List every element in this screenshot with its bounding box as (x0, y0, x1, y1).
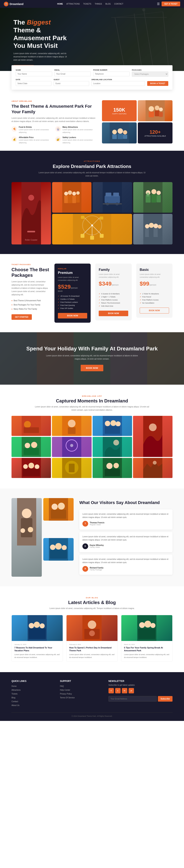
holiday-description: Lorem ipsum dolor sit amet, consectetur … (44, 354, 140, 361)
feature-food: 🍕 Food & Drinks Lorem ipsum dolor sit am… (11, 126, 53, 134)
svg-point-79 (110, 420, 116, 426)
feature-price-icon: 💰 (11, 136, 17, 142)
nav-link-attractions[interactable]: Attractions (66, 3, 80, 5)
nav-link-home[interactable]: Home (57, 3, 63, 5)
social-facebook-icon[interactable]: f (108, 688, 114, 693)
premium-price: $529/person (58, 283, 87, 290)
footer-link-attractions[interactable]: Attractions (11, 689, 21, 691)
gallery-item-9 (52, 458, 91, 478)
blog-title-1: 7 Reasons To Add Dreamland To Your Vacat… (15, 646, 60, 652)
social-youtube-icon[interactable]: yt (129, 688, 134, 693)
booking-name-input[interactable] (16, 71, 52, 76)
nav-link-blog[interactable]: Blog (105, 3, 111, 5)
booking-date-input[interactable] (16, 81, 51, 86)
footer-link-about[interactable]: About Us (11, 704, 19, 706)
testimonial-text-1: Lorem ipsum dolor sit amet, consectetur … (82, 513, 169, 519)
footer-link-home[interactable]: Home (11, 685, 17, 687)
family-features: ✓5 Guests Or 8 Members ✓2 Night + 1 Tick… (99, 292, 128, 308)
booking-form-row1: Name Email Phone Number Packages Select … (16, 69, 168, 77)
premium-old-price: $649 (58, 290, 87, 292)
nav-right: ☰ Get A Ticket (157, 2, 180, 6)
svg-rect-23 (27, 231, 35, 232)
booking-email-input[interactable] (54, 71, 91, 76)
footer-support-help[interactable]: Help Center (60, 689, 70, 691)
svg-point-108 (22, 508, 31, 518)
nav-link-tickets[interactable]: Tickets (83, 3, 91, 5)
basic-cta-button[interactable]: Book Now (140, 308, 169, 313)
blog-card-1[interactable]: January 12, 2024 7 Reasons To Add Dreaml… (11, 615, 63, 662)
svg-point-80 (115, 422, 121, 426)
packages-title: Choose The Best Packages (11, 267, 50, 278)
svg-point-9 (155, 105, 159, 110)
footer-link-blog[interactable]: Blog (11, 696, 15, 699)
newsletter-email-input[interactable] (108, 696, 157, 702)
book-ticket-button[interactable]: Book A Ticket (147, 81, 168, 86)
nav-hamburger-icon[interactable]: ☰ (157, 2, 160, 6)
booking-date-group: Date (16, 79, 51, 86)
gallery-item-8 (11, 458, 51, 478)
svg-rect-125 (29, 628, 46, 639)
svg-rect-40 (103, 204, 122, 204)
svg-point-117 (50, 545, 55, 550)
svg-rect-11 (149, 112, 154, 117)
footer-link-contact[interactable]: Contact (11, 701, 18, 703)
about-features: 🍕 Food & Drinks Lorem ipsum dolor sit am… (11, 126, 96, 144)
footer-support-terms[interactable]: Terms Of Service (60, 696, 75, 699)
package-card-basic: Basic Lorem ipsum dolor sit amet consect… (136, 264, 173, 318)
about-title: The Best Theme & Amusement Park For Your… (11, 104, 96, 115)
packages-cta-button[interactable]: Get Started (11, 314, 32, 320)
svg-point-44 (156, 191, 161, 195)
gallery-item-5 (11, 437, 51, 457)
footer-support-list: FAQ Help Center Privacy Policy Terms Of … (60, 685, 103, 699)
gallery-item-7 (93, 437, 132, 457)
svg-point-102 (106, 463, 112, 469)
holiday-cta-button[interactable]: Book Now (81, 365, 104, 371)
nav-link-contact[interactable]: Contact (114, 3, 124, 5)
newsletter-subscribe-button[interactable]: Subscribe (158, 696, 173, 702)
svg-point-83 (149, 424, 157, 431)
social-twitter-icon[interactable]: t (115, 688, 121, 693)
booking-location-input[interactable] (91, 81, 145, 86)
booking-guest-input[interactable] (54, 81, 89, 86)
feature-attractions-icon: 🎡 (55, 126, 61, 132)
feature-food-icon: 🍕 (11, 126, 17, 132)
svg-rect-12 (155, 111, 159, 116)
svg-point-29 (76, 191, 80, 195)
svg-point-95 (28, 463, 34, 468)
premium-features: ✓All Access To Dreamland ✓Combo x 5 Tick… (58, 294, 87, 310)
booking-packages-select[interactable]: Select Packages (132, 71, 168, 77)
footer-support-privacy[interactable]: Privacy Policy (60, 693, 72, 695)
blog-card-2[interactable]: February 8, 2024 How To Spend 1 Perfect … (66, 615, 118, 662)
footer-link-tickets[interactable]: Tickets (11, 693, 18, 695)
nav-logo[interactable]: 🎡 Dreamland (4, 2, 23, 6)
svg-point-28 (72, 192, 76, 195)
blog-section: Our Blog Latest Articles & Blog Lorem ip… (0, 586, 184, 672)
svg-rect-46 (151, 194, 156, 203)
booking-phone-input[interactable] (93, 71, 130, 76)
blog-desc-3: Lorem ipsum dolor sit amet, consectetur … (124, 653, 169, 659)
svg-point-131 (139, 622, 145, 628)
svg-rect-35 (105, 195, 120, 203)
feature-price-desc: Lorem ipsum dolor sit amet consectetur a… (19, 139, 53, 144)
package-card-family: Family Lorem ipsum dolor sit amet consec… (95, 264, 131, 320)
blog-card-3[interactable]: March 15, 2024 5 Tips For Your Family Sp… (121, 615, 173, 662)
feature-attractions-desc: Lorem ipsum dolor sit amet consectetur a… (62, 128, 96, 134)
social-instagram-icon[interactable]: in (122, 688, 127, 693)
family-name: Family (99, 268, 128, 272)
family-cta-button[interactable]: Book Now (99, 311, 128, 316)
get-ticket-button[interactable]: Get A Ticket (162, 2, 180, 6)
footer-support-faq[interactable]: FAQ (60, 685, 64, 687)
footer-newsletter-title: Newsletter (108, 680, 173, 682)
nav-link-things[interactable]: Things (95, 3, 102, 5)
testimonial-author-1: T Thomas Francis Regular Visitor (82, 521, 169, 527)
basic-features: ✓1 Ticket To Attractions ✓Free Parcel ✓F… (140, 292, 169, 305)
blog-img-2 (67, 615, 117, 641)
attractions-section: Attractions Explore Dreamland Park Attra… (0, 151, 184, 254)
svg-point-132 (144, 621, 151, 627)
stat-attractions-label: Attractions Available (144, 135, 166, 137)
premium-badge: Popular (58, 268, 87, 270)
premium-cta-button[interactable]: Book Now (58, 313, 87, 318)
attraction-people1 (52, 182, 91, 213)
feature-price: 💰 Affordable Price Lorem ipsum dolor sit… (11, 136, 53, 144)
svg-point-72 (24, 421, 31, 428)
